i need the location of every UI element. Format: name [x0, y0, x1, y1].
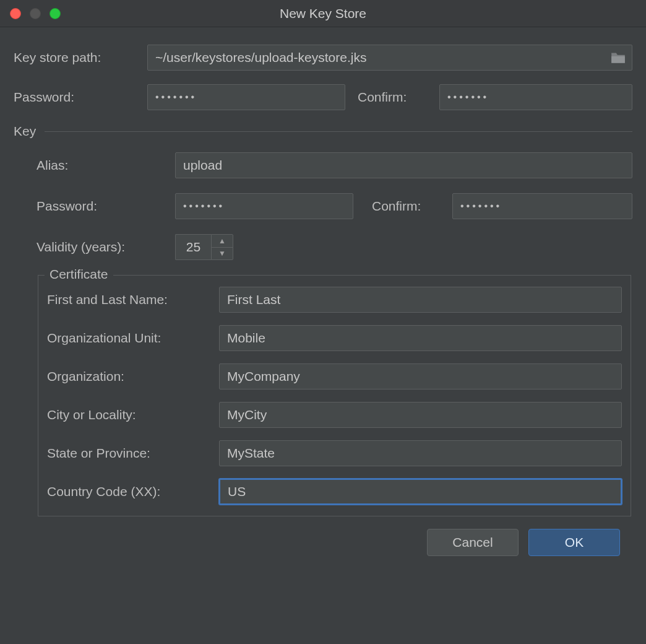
cert-city-value: MyCity: [227, 407, 267, 422]
key-validity-row: Validity (years): 25 ▲ ▼: [37, 234, 632, 260]
cert-orgunit-row: Organizational Unit: Mobile: [47, 325, 622, 351]
key-password-label: Password:: [37, 199, 175, 214]
certificate-fieldset: Certificate First and Last Name: First L…: [38, 275, 631, 516]
chevron-down-icon[interactable]: ▼: [212, 248, 233, 260]
ok-button-label: OK: [565, 535, 584, 550]
keystore-confirm-label: Confirm:: [358, 90, 439, 105]
key-password-value: •••••••: [183, 201, 225, 212]
cert-city-input[interactable]: MyCity: [219, 402, 622, 428]
validity-stepper: ▲ ▼: [211, 234, 233, 260]
key-validity-label: Validity (years):: [37, 240, 175, 255]
keystore-password-value: •••••••: [155, 92, 197, 103]
key-section-header: Key: [14, 124, 632, 139]
cert-org-input[interactable]: MyCompany: [219, 363, 622, 389]
close-window-button[interactable]: [10, 8, 21, 19]
keystore-password-input[interactable]: •••••••: [147, 84, 345, 110]
cert-orgunit-label: Organizational Unit:: [47, 331, 219, 346]
dialog-footer: Cancel OK: [14, 516, 632, 556]
chevron-up-icon[interactable]: ▲: [212, 235, 233, 248]
key-password-input[interactable]: •••••••: [175, 193, 353, 219]
cert-state-input[interactable]: MyState: [219, 440, 622, 466]
minimize-window-button[interactable]: [30, 8, 41, 19]
keystore-password-label: Password:: [14, 90, 147, 105]
ok-button[interactable]: OK: [528, 529, 620, 556]
keystore-path-value: ~/user/keystores/upload-keystore.jks: [155, 50, 366, 65]
cert-name-row: First and Last Name: First Last: [47, 287, 622, 313]
separator: [45, 131, 632, 132]
validity-value[interactable]: 25: [175, 234, 211, 260]
window-controls: [10, 8, 61, 19]
keystore-confirm-value: •••••••: [447, 92, 489, 103]
key-confirm-input[interactable]: •••••••: [452, 193, 632, 219]
cert-orgunit-value: Mobile: [227, 331, 265, 346]
window-titlebar: New Key Store: [0, 0, 646, 27]
cert-orgunit-input[interactable]: Mobile: [219, 325, 622, 351]
folder-icon[interactable]: [610, 51, 626, 64]
key-confirm-value: •••••••: [460, 201, 502, 212]
cert-name-value: First Last: [227, 292, 280, 307]
keystore-path-row: Key store path: ~/user/keystores/upload-…: [14, 45, 632, 71]
window-title: New Key Store: [0, 6, 646, 21]
cert-org-label: Organization:: [47, 369, 219, 384]
maximize-window-button[interactable]: [50, 8, 61, 19]
cert-country-label: Country Code (XX):: [47, 484, 219, 499]
keystore-password-row: Password: ••••••• Confirm: •••••••: [14, 84, 632, 110]
cert-org-value: MyCompany: [227, 369, 300, 384]
cert-state-label: State or Province:: [47, 446, 219, 461]
key-alias-row: Alias: upload: [37, 152, 632, 178]
cert-state-row: State or Province: MyState: [47, 440, 622, 466]
key-alias-input[interactable]: upload: [175, 152, 632, 178]
cert-city-row: City or Locality: MyCity: [47, 402, 622, 428]
cert-state-value: MyState: [227, 446, 275, 461]
cert-name-input[interactable]: First Last: [219, 287, 622, 313]
cancel-button[interactable]: Cancel: [427, 529, 519, 556]
cert-city-label: City or Locality:: [47, 407, 219, 422]
cert-country-input[interactable]: US: [219, 479, 622, 505]
key-alias-value: upload: [183, 158, 222, 173]
cert-org-row: Organization: MyCompany: [47, 363, 622, 389]
validity-spinner[interactable]: 25 ▲ ▼: [175, 234, 233, 260]
keystore-confirm-input[interactable]: •••••••: [439, 84, 632, 110]
certificate-legend: Certificate: [45, 267, 113, 282]
key-alias-label: Alias:: [37, 158, 175, 173]
cert-name-label: First and Last Name:: [47, 292, 219, 307]
key-password-row: Password: ••••••• Confirm: •••••••: [37, 193, 632, 219]
keystore-path-input[interactable]: ~/user/keystores/upload-keystore.jks: [147, 45, 632, 71]
cancel-button-label: Cancel: [452, 535, 493, 550]
cert-country-value: US: [228, 484, 246, 499]
key-confirm-label: Confirm:: [372, 199, 452, 214]
key-section-label: Key: [14, 124, 36, 139]
keystore-path-label: Key store path:: [14, 50, 147, 65]
cert-country-row: Country Code (XX): US: [47, 479, 622, 505]
